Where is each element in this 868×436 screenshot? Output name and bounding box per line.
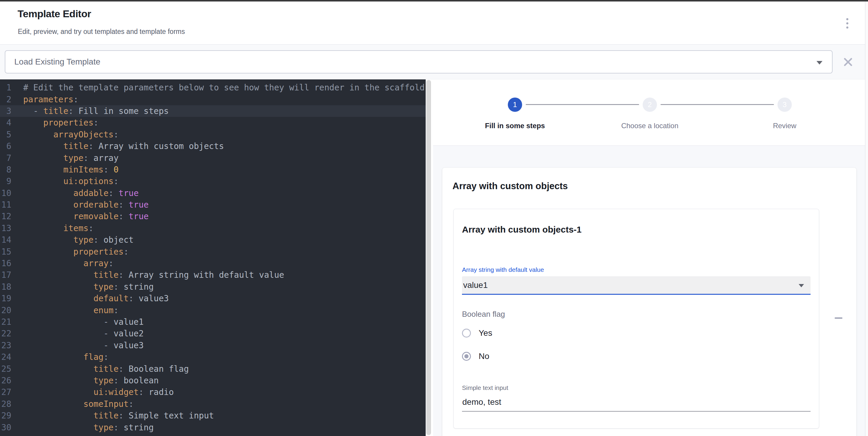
token-key: title (93, 364, 119, 374)
radio-option-yes[interactable]: Yes (462, 327, 811, 340)
code-line[interactable]: 15 properties: (0, 246, 426, 257)
code-line[interactable]: 10 addable: true (0, 188, 426, 199)
template-editor-screen: Template Editor Edit, preview, and try o… (0, 0, 868, 436)
code-line[interactable]: 4 properties: (0, 117, 426, 129)
token-punct (23, 423, 93, 432)
code-line[interactable]: 9 ui:options: (0, 175, 426, 187)
array-string-select[interactable]: value1 (462, 276, 811, 295)
code-text: type: object (23, 235, 134, 245)
code-line[interactable]: 5 arrayObjects: (0, 129, 426, 140)
token-key: flag (83, 352, 103, 362)
code-line[interactable]: 22 - value2 (0, 328, 426, 339)
text-field-label: Simple text input (462, 384, 811, 391)
simple-text-input[interactable] (462, 397, 811, 412)
code-line[interactable]: 17 title: Array string with default valu… (0, 269, 426, 281)
token-punct: : (124, 247, 129, 257)
line-number: 19 (0, 294, 11, 303)
token-punct (23, 259, 83, 268)
code-line[interactable]: 26 type: boolean (0, 375, 426, 386)
page-subtitle: Edit, preview, and try out templates and… (18, 28, 185, 36)
load-existing-template-select[interactable]: Load Existing Template (5, 50, 833, 73)
line-number: 2 (0, 95, 11, 104)
token-punct: : (114, 376, 124, 385)
yaml-code-editor[interactable]: 1# Edit the template parameters below to… (0, 79, 426, 436)
code-line[interactable]: 11 orderable: true (0, 199, 426, 210)
page-scrollbar[interactable] (865, 0, 868, 436)
token-val: Array with custom objects (98, 141, 224, 151)
line-number: 7 (0, 153, 11, 163)
line-number: 29 (0, 411, 11, 421)
token-punct: : (114, 423, 124, 432)
code-text: title: Simple text input (23, 411, 214, 421)
code-line[interactable]: 27 ui:widget: radio (0, 386, 426, 398)
code-line[interactable]: 7 type: array (0, 152, 426, 164)
code-line[interactable]: 8 minItems: 0 (0, 164, 426, 175)
select-field-label: Array string with default value (462, 266, 811, 273)
code-line[interactable]: 25 title: Boolean flag (0, 363, 426, 374)
line-number: 11 (0, 200, 11, 210)
code-line[interactable]: 29 title: Simple text input (0, 410, 426, 422)
code-text: ui:widget: radio (23, 387, 174, 397)
kebab-dot-icon (846, 22, 848, 24)
preview-pane: 1Fill in some steps2Choose a location3Re… (433, 79, 865, 436)
clear-template-button[interactable] (840, 54, 856, 70)
caret-down-icon (816, 61, 823, 65)
token-key: addable (73, 188, 108, 198)
line-number: 18 (0, 282, 11, 292)
code-line[interactable]: 30 type: string (0, 422, 426, 433)
code-line[interactable]: 2parameters: (0, 93, 426, 105)
token-val: radio (149, 387, 174, 397)
select-value: value1 (463, 280, 488, 290)
token-key: parameters (23, 95, 73, 104)
editor-scrollbar-thumb[interactable] (426, 80, 431, 435)
token-punct: - (23, 340, 114, 350)
token-bool: true (129, 211, 149, 221)
token-val: string (124, 423, 154, 432)
code-text: someInput: (23, 399, 134, 409)
code-line[interactable]: 21 - value1 (0, 316, 426, 328)
code-line[interactable]: 23 - value3 (0, 340, 426, 351)
line-number: 28 (0, 399, 11, 409)
token-val: value3 (139, 294, 169, 303)
line-number: 20 (0, 305, 11, 315)
code-line[interactable]: 20 enum: (0, 304, 426, 316)
token-punct: : (119, 364, 129, 374)
code-line[interactable]: 12 removable: true (0, 210, 426, 222)
token-key: removable (73, 211, 119, 221)
token-punct: : (119, 411, 129, 421)
code-line[interactable]: 24 flag: (0, 351, 426, 363)
token-punct (23, 176, 63, 186)
line-number: 15 (0, 247, 11, 257)
token-punct: : (119, 211, 129, 221)
step-label-1: Fill in some steps (485, 122, 545, 130)
remove-array-item-button[interactable] (831, 311, 846, 325)
code-text: properties: (23, 118, 98, 128)
code-line[interactable]: 6 title: Array with custom objects (0, 140, 426, 152)
token-key: ui:options (63, 176, 114, 186)
token-punct: : (103, 165, 114, 175)
code-line[interactable]: 3 - title: Fill in some steps (0, 105, 426, 117)
token-punct: : (114, 305, 119, 315)
code-text: default: value3 (23, 294, 169, 303)
code-line[interactable]: 18 type: string (0, 281, 426, 293)
code-text: orderable: true (23, 200, 149, 210)
token-punct: : (93, 235, 103, 245)
token-punct (23, 130, 53, 139)
token-punct (23, 294, 93, 303)
code-line[interactable]: 1# Edit the template parameters below to… (0, 82, 426, 93)
code-text: type: array (23, 153, 119, 163)
code-line[interactable]: 19 default: value3 (0, 293, 426, 304)
code-text: properties: (23, 247, 129, 257)
radio-option-no[interactable]: No (462, 350, 811, 363)
array-item-title: Array with custom objects-1 (462, 225, 811, 235)
code-line[interactable]: 16 array: (0, 258, 426, 269)
token-key: type (73, 235, 93, 245)
code-line[interactable]: 14 type: object (0, 234, 426, 246)
code-line[interactable]: 13 items: (0, 223, 426, 234)
token-punct (23, 188, 73, 198)
code-line[interactable]: 28 someInput: (0, 398, 426, 410)
template-load-toolbar: Load Existing Template (0, 45, 865, 79)
code-text: type: string (23, 423, 154, 432)
token-key: default (93, 294, 129, 303)
kebab-menu-button[interactable] (839, 13, 856, 33)
